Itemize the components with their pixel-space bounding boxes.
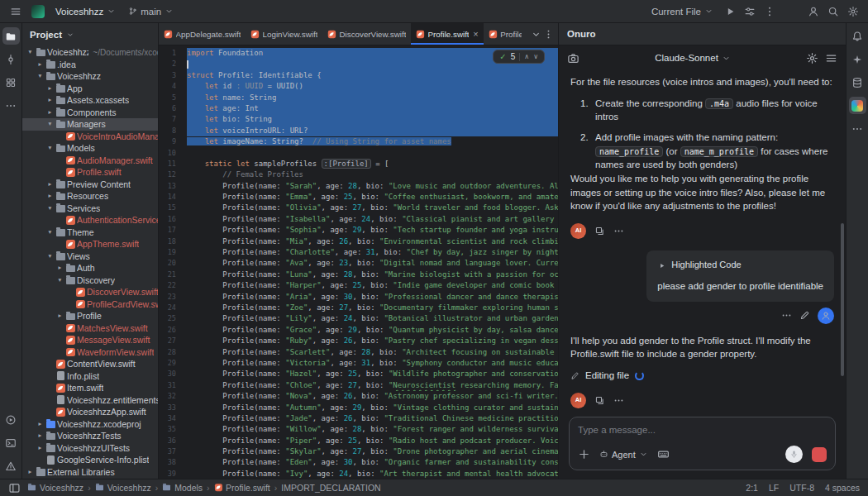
problems-tool-icon[interactable]: [2, 457, 20, 475]
tree-item-app[interactable]: ▸App: [22, 83, 158, 95]
status-lf[interactable]: LF: [769, 483, 779, 493]
branch-selector[interactable]: main: [123, 5, 179, 18]
code-line-27[interactable]: 27 Profile(name: "Ruby", age: 26, bio: "…: [159, 336, 558, 346]
code-line-36[interactable]: 36 Profile(name: "Piper", age: 25, bio: …: [159, 436, 558, 446]
tree-item-voiceintroaudiomanager-swift[interactable]: VoiceIntroAudioManager.swift: [22, 131, 158, 143]
more-icon[interactable]: [613, 226, 624, 236]
tree-item-theme[interactable]: ▾Theme: [22, 227, 158, 239]
tree-item-voiceshhzztests[interactable]: ▸VoiceshhzzTests: [22, 430, 158, 442]
tree-item-views[interactable]: ▾Views: [22, 250, 158, 263]
onuro-menu-icon[interactable]: [825, 52, 837, 64]
code-line-14[interactable]: 14 Profile(name: "Emma", age: 25, bio: "…: [159, 192, 558, 203]
breadcrumb-voiceshhzz[interactable]: Voiceshhzz: [27, 483, 83, 493]
tree-item-discoverview-swift[interactable]: DiscoverView.swift: [22, 286, 158, 298]
terminal-tool-icon[interactable]: [2, 434, 20, 451]
tab-appdelegate-swift[interactable]: AppDelegate.swift: [159, 23, 246, 45]
code-line-22[interactable]: 22 Profile(name: "Harper", age: 25, bio:…: [159, 280, 558, 291]
code-line-25[interactable]: 25 Profile(name: "Lily", age: 24, bio: "…: [159, 313, 558, 324]
model-selector[interactable]: Claude-Sonnet: [586, 53, 799, 63]
tree-chevron-icon[interactable]: ▸: [36, 442, 45, 455]
code-line-12[interactable]: 12 // Female Profiles: [159, 169, 558, 180]
settings-icon[interactable]: [844, 2, 861, 20]
record-stop-button[interactable]: [812, 447, 827, 462]
tree-item-idea[interactable]: ▸.idea: [22, 59, 158, 71]
hidden-tabs-icon[interactable]: [531, 29, 541, 40]
project-tool-icon[interactable]: [2, 27, 20, 45]
highlighted-code-toggle[interactable]: Highlighted Code: [657, 259, 823, 272]
onuro-settings-icon[interactable]: [806, 52, 818, 64]
tree-item-assets-xcassets[interactable]: ▸Assets.xcassets: [22, 94, 158, 107]
code-line-24[interactable]: 24 Profile(name: "Zoe", age: 27, bio: "D…: [159, 303, 558, 313]
breadcrumb-voiceshhzz[interactable]: Voiceshhzz: [95, 483, 151, 493]
tab-loginview-swift[interactable]: LoginView.swift: [246, 23, 322, 45]
project-panel-title[interactable]: Project: [30, 30, 62, 40]
tree-chevron-icon[interactable]: ▾: [36, 70, 45, 83]
code-line-18[interactable]: 18 Profile(name: "Mia", age: 26, bio: "E…: [159, 236, 558, 247]
tree-chevron-icon[interactable]: ▸: [55, 262, 64, 274]
more-tools-icon[interactable]: [2, 97, 20, 114]
status-4-spaces[interactable]: 4 spaces: [825, 483, 860, 493]
attach-icon[interactable]: [578, 448, 590, 460]
shortcuts-icon[interactable]: [657, 448, 670, 460]
tree-chevron-icon[interactable]: ▸: [26, 466, 35, 479]
tree-chevron-icon[interactable]: ▸: [45, 190, 55, 203]
run-options-icon[interactable]: [741, 2, 758, 20]
tree-chevron-icon[interactable]: ▾: [55, 274, 64, 287]
tree-item-voiceshhzz[interactable]: ▾Voiceshhzz: [22, 70, 158, 83]
screenshot-icon[interactable]: [567, 52, 579, 64]
copy-icon[interactable]: [594, 395, 605, 406]
status-2-1[interactable]: 2:1: [746, 483, 758, 493]
run-button[interactable]: [721, 2, 738, 20]
tree-chevron-icon[interactable]: ▾: [45, 142, 55, 155]
code-line-35[interactable]: 35 Profile(name: "Willow", age: 28, bio:…: [159, 424, 558, 435]
code-line-10[interactable]: 10: [159, 148, 558, 159]
more-icon[interactable]: [613, 395, 624, 406]
code-line-34[interactable]: 34 Profile(name: "Jade", age: 26, bio: "…: [159, 413, 558, 424]
code-line-9[interactable]: 9 let imageName: String? // Using String…: [159, 136, 558, 147]
tree-item-voiceshhzz-xcodeproj[interactable]: ▸Voiceshhzz.xcodeproj: [22, 418, 158, 431]
tree-chevron-icon[interactable]: ▾: [45, 203, 55, 215]
status-utf-8[interactable]: UTF-8: [789, 483, 814, 493]
tree-item-profile[interactable]: ▸Profile: [22, 310, 158, 322]
tree-item-resources[interactable]: ▸Resources: [22, 190, 158, 203]
code-line-29[interactable]: 29 Profile(name: "Victoria", age: 31, bi…: [159, 358, 558, 369]
breadcrumb-import-declaration[interactable]: IMPORT_DECLARATION: [281, 483, 380, 493]
code-line-33[interactable]: 33 Profile(name: "Autumn", age: 29, bio:…: [159, 403, 558, 413]
code-line-39[interactable]: 39 Profile(name: "Ivy", age: 24, bio: "A…: [159, 469, 558, 479]
code-line-8[interactable]: 8 let voiceIntroURL: URL?: [159, 126, 558, 136]
code-line-20[interactable]: 20 Profile(name: "Ava", age: 23, bio: "D…: [159, 258, 558, 269]
tree-item-profilecardview-swift[interactable]: ProfileCardView.swift: [22, 298, 158, 311]
tree-item-contentview-swift[interactable]: ContentView.swift: [22, 358, 158, 370]
tree-item-voiceshhzzapp-swift[interactable]: VoiceshhzzApp.swift: [22, 406, 158, 418]
tree-chevron-icon[interactable]: ▸: [36, 59, 45, 71]
tree-item-messageview-swift[interactable]: MessageView.swift: [22, 334, 158, 346]
main-menu-icon[interactable]: [7, 2, 24, 20]
tree-item-voiceshhzz-entitlements[interactable]: Voiceshhzz.entitlements: [22, 394, 158, 407]
code-line-38[interactable]: 38 Profile(name: "Eden", age: 30, bio: "…: [159, 457, 558, 468]
code-line-4[interactable]: 4 let id : UUID = UUID(): [159, 81, 558, 92]
tree-chevron-icon[interactable]: ▾: [45, 250, 55, 263]
tree-chevron-icon[interactable]: ▾: [45, 118, 55, 131]
tab-options-icon[interactable]: [543, 29, 554, 40]
tree-item-item-swift[interactable]: Item.swift: [22, 382, 158, 394]
code-editor[interactable]: 1import Foundation23struct Profile: Iden…: [159, 45, 558, 479]
tree-item-managers[interactable]: ▾Managers: [22, 118, 158, 131]
voice-input-button[interactable]: [785, 446, 803, 463]
tree-item-components[interactable]: ▸Components: [22, 107, 158, 119]
breadcrumb-profile-swift[interactable]: Profile.swift: [214, 483, 270, 494]
code-line-3[interactable]: 3struct Profile: Identifiable {: [159, 70, 558, 81]
code-line-26[interactable]: 26 Profile(name: "Grace", age: 29, bio: …: [159, 325, 558, 336]
code-line-28[interactable]: 28 Profile(name: "Scarlett", age: 28, bi…: [159, 347, 558, 358]
search-icon[interactable]: [824, 2, 842, 20]
tree-item-googleservice-info-plist[interactable]: GoogleService-Info.plist: [22, 454, 158, 466]
code-line-30[interactable]: 30 Profile(name: "Hazel", age: 25, bio: …: [159, 369, 558, 379]
database-tool-icon[interactable]: [849, 74, 866, 91]
code-line-37[interactable]: 37 Profile(name: "Skylar", age: 27, bio:…: [159, 446, 558, 457]
code-line-16[interactable]: 16 Profile(name: "Isabella", age: 24, bi…: [159, 214, 558, 225]
inspection-widget[interactable]: ✓ 5 ∧ ∨: [493, 50, 545, 64]
tree-item-external-libraries[interactable]: ▸External Libraries: [22, 466, 158, 479]
tree-item-matchesview-swift[interactable]: MatchesView.swift: [22, 322, 158, 335]
breadcrumb-models[interactable]: Models: [162, 483, 203, 493]
copy-icon[interactable]: [594, 226, 605, 236]
run-tool-icon[interactable]: [2, 411, 20, 428]
